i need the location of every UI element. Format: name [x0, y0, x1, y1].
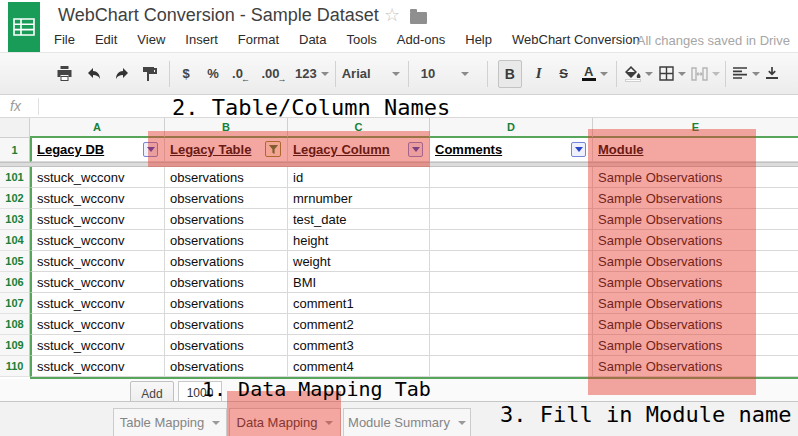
- cell-legacy-column[interactable]: comment2: [288, 314, 430, 335]
- menu-edit[interactable]: Edit: [92, 31, 120, 49]
- decrease-decimal-button[interactable]: .0: [231, 60, 253, 88]
- menu-format[interactable]: Format: [235, 31, 282, 49]
- cell-comments[interactable]: [430, 251, 593, 272]
- paint-format-button[interactable]: [140, 60, 160, 88]
- format-currency-button[interactable]: $: [178, 60, 194, 88]
- cell-legacy-column[interactable]: comment3: [288, 335, 430, 356]
- cell-legacy-db[interactable]: sstuck_wcconv: [30, 293, 165, 314]
- italic-button[interactable]: I: [532, 60, 546, 88]
- document-title[interactable]: WebChart Conversion - Sample Dataset: [58, 5, 379, 26]
- cell-legacy-column[interactable]: comment1: [288, 293, 430, 314]
- annotation-step3: 3. Fill in Module name: [500, 402, 791, 427]
- menu-help[interactable]: Help: [462, 31, 495, 49]
- cell-legacy-db[interactable]: sstuck_wcconv: [30, 188, 165, 209]
- row-number[interactable]: 103: [0, 209, 30, 230]
- row-number[interactable]: 106: [0, 272, 30, 293]
- fill-color-button[interactable]: [625, 60, 653, 88]
- merge-cells-button[interactable]: [691, 60, 720, 88]
- redo-icon: [114, 67, 130, 81]
- cell-comments[interactable]: [430, 314, 593, 335]
- row-number[interactable]: 1: [0, 138, 30, 162]
- cell-legacy-table[interactable]: observations: [165, 209, 288, 230]
- cell-comments[interactable]: [430, 188, 593, 209]
- vertical-align-button[interactable]: [763, 60, 781, 88]
- menu-file[interactable]: File: [51, 31, 78, 49]
- cell-legacy-db[interactable]: sstuck_wcconv: [30, 251, 165, 272]
- borders-icon: [659, 66, 674, 81]
- row-number[interactable]: 107: [0, 293, 30, 314]
- column-header-a[interactable]: A: [30, 118, 165, 138]
- row-number[interactable]: 104: [0, 230, 30, 251]
- cell-legacy-table[interactable]: observations: [165, 272, 288, 293]
- menu-webchart-conversion[interactable]: WebChart Conversion: [509, 31, 643, 49]
- paint-bucket-icon: [625, 66, 641, 78]
- redo-button[interactable]: [112, 60, 132, 88]
- print-button[interactable]: [54, 60, 74, 88]
- number-format-button[interactable]: 123: [295, 60, 329, 88]
- cell-legacy-table[interactable]: observations: [165, 188, 288, 209]
- star-icon[interactable]: [384, 6, 400, 24]
- row-number[interactable]: 105: [0, 251, 30, 272]
- row-number[interactable]: 108: [0, 314, 30, 335]
- folder-icon[interactable]: [410, 12, 427, 24]
- cell-legacy-db[interactable]: sstuck_wcconv: [30, 272, 165, 293]
- annotation-step1: 1. Data Mapping Tab: [202, 377, 431, 401]
- cell-legacy-db[interactable]: sstuck_wcconv: [30, 335, 165, 356]
- cell-legacy-column[interactable]: weight: [288, 251, 430, 272]
- menu-add-ons[interactable]: Add-ons: [394, 31, 448, 49]
- cell-comments[interactable]: [430, 335, 593, 356]
- increase-decimal-button[interactable]: .00: [261, 60, 289, 88]
- row-number[interactable]: 101: [0, 167, 30, 188]
- cell-legacy-table[interactable]: observations: [165, 293, 288, 314]
- borders-button[interactable]: [659, 60, 686, 88]
- cell-legacy-table[interactable]: observations: [165, 230, 288, 251]
- cell-legacy-db[interactable]: sstuck_wcconv: [30, 209, 165, 230]
- cell-legacy-table[interactable]: observations: [165, 356, 288, 377]
- cell-comments[interactable]: [430, 209, 593, 230]
- filter-dropdown-icon[interactable]: [571, 142, 586, 157]
- cell-comments[interactable]: [430, 230, 593, 251]
- cell-legacy-db[interactable]: sstuck_wcconv: [30, 356, 165, 377]
- sheets-logo-icon[interactable]: [8, 2, 40, 52]
- bold-button[interactable]: B: [498, 60, 522, 88]
- cell-comments[interactable]: [430, 167, 593, 188]
- cell-comments[interactable]: [430, 272, 593, 293]
- cell-legacy-column[interactable]: test_date: [288, 209, 430, 230]
- horizontal-align-button[interactable]: [733, 60, 760, 88]
- cell-legacy-column[interactable]: BMI: [288, 272, 430, 293]
- row-number[interactable]: 102: [0, 188, 30, 209]
- cell-comments[interactable]: [430, 293, 593, 314]
- font-size-select[interactable]: 10: [415, 60, 475, 88]
- cell-legacy-db[interactable]: sstuck_wcconv: [30, 230, 165, 251]
- menu-data[interactable]: Data: [296, 31, 329, 49]
- highlight-overlay-table-column-names: [148, 131, 430, 167]
- cell-legacy-table[interactable]: observations: [165, 167, 288, 188]
- menu-insert[interactable]: Insert: [182, 31, 221, 49]
- cell-legacy-db[interactable]: sstuck_wcconv: [30, 314, 165, 335]
- menu-view[interactable]: View: [134, 31, 168, 49]
- cell-legacy-column[interactable]: id: [288, 167, 430, 188]
- select-all-corner[interactable]: [0, 118, 30, 138]
- font-family-select[interactable]: Arial: [342, 60, 400, 88]
- cell-legacy-db[interactable]: sstuck_wcconv: [30, 167, 165, 188]
- cell-legacy-db-header[interactable]: Legacy DB: [30, 138, 165, 162]
- cell-legacy-column[interactable]: mrnumber: [288, 188, 430, 209]
- menu-tools[interactable]: Tools: [343, 31, 379, 49]
- cell-legacy-table[interactable]: observations: [165, 335, 288, 356]
- cell-legacy-column[interactable]: height: [288, 230, 430, 251]
- undo-button[interactable]: [84, 60, 104, 88]
- tab-table-mapping[interactable]: Table Mapping: [113, 408, 227, 436]
- cell-legacy-table[interactable]: observations: [165, 314, 288, 335]
- title-bar: WebChart Conversion - Sample Dataset Fil…: [0, 0, 798, 52]
- format-percent-button[interactable]: %: [204, 60, 222, 88]
- cell-legacy-table[interactable]: observations: [165, 251, 288, 272]
- cell-comments-header[interactable]: Comments: [430, 138, 593, 162]
- column-header-d[interactable]: D: [430, 118, 593, 138]
- cell-legacy-column[interactable]: comment4: [288, 356, 430, 377]
- row-number[interactable]: 110: [0, 356, 30, 377]
- cell-comments[interactable]: [430, 356, 593, 377]
- strikethrough-button[interactable]: S: [556, 60, 572, 88]
- text-color-button[interactable]: A: [582, 60, 608, 88]
- row-number[interactable]: 109: [0, 335, 30, 356]
- tab-module-summary[interactable]: Module Summary: [343, 408, 471, 436]
